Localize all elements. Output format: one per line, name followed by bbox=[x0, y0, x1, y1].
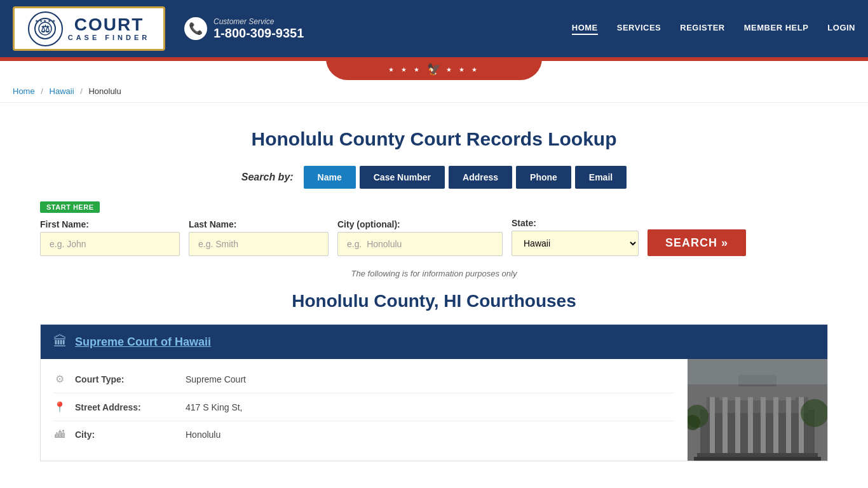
tab-phone[interactable]: Phone bbox=[516, 166, 571, 189]
breadcrumb-state[interactable]: Hawaii bbox=[50, 86, 74, 96]
form-group-state: State: Hawaii Alabama Alaska Arizona Cal… bbox=[512, 218, 639, 256]
nav-register[interactable]: REGISTER bbox=[680, 23, 724, 35]
first-name-label: First Name: bbox=[40, 219, 180, 229]
tab-email[interactable]: Email bbox=[575, 166, 627, 189]
city-label: City (optional): bbox=[337, 219, 503, 229]
page-title: Honolulu County Court Records Lookup bbox=[40, 128, 828, 150]
nav-services[interactable]: SERVICES bbox=[617, 23, 661, 35]
courthouse-image bbox=[688, 359, 827, 461]
customer-service: 📞 Customer Service 1-800-309-9351 bbox=[184, 17, 304, 41]
state-select[interactable]: Hawaii Alabama Alaska Arizona California… bbox=[512, 231, 639, 256]
form-group-first-name: First Name: bbox=[40, 219, 180, 256]
first-name-input[interactable] bbox=[40, 232, 180, 256]
eagle-content: ★ ★ ★ 🦅 ★ ★ ★ bbox=[388, 62, 479, 76]
nav-home[interactable]: HOME bbox=[572, 23, 598, 35]
nav-login[interactable]: LOGIN bbox=[827, 23, 855, 35]
main-content: Honolulu County Court Records Lookup Sea… bbox=[21, 103, 847, 484]
breadcrumb-sep1: / bbox=[41, 86, 45, 96]
breadcrumb-home[interactable]: Home bbox=[13, 86, 35, 96]
stars-left: ★ ★ ★ bbox=[388, 66, 422, 73]
search-by-label: Search by: bbox=[241, 172, 294, 183]
start-here-badge: START HERE bbox=[40, 201, 100, 213]
cs-label: Customer Service bbox=[214, 17, 304, 26]
detail-row-address: 📍 Street Address: 417 S King St, bbox=[53, 393, 675, 421]
tab-case-number[interactable]: Case Number bbox=[360, 166, 445, 189]
court-type-value: Supreme Court bbox=[186, 374, 246, 384]
court-type-label: Court Type: bbox=[75, 374, 177, 384]
stars-right: ★ ★ ★ bbox=[446, 66, 480, 73]
breadcrumb-current: Honolulu bbox=[88, 86, 121, 96]
svg-text:⚖: ⚖ bbox=[41, 24, 50, 34]
logo-court-text: COURT bbox=[74, 16, 144, 34]
detail-row-court-type: ⚙ Court Type: Supreme Court bbox=[53, 365, 675, 393]
city-input[interactable] bbox=[337, 232, 503, 256]
breadcrumb-sep2: / bbox=[80, 86, 85, 96]
tab-name[interactable]: Name bbox=[304, 166, 356, 189]
logo-case-finder-text: CASE FINDER bbox=[68, 34, 151, 41]
city-detail-value: Honolulu bbox=[186, 430, 220, 440]
search-by-row: Search by: Name Case Number Address Phon… bbox=[40, 166, 828, 189]
breadcrumb: Home / Hawaii / Honolulu bbox=[0, 80, 868, 103]
cs-text: Customer Service 1-800-309-9351 bbox=[214, 17, 304, 41]
courthouse-name-link[interactable]: Supreme Court of Hawaii bbox=[75, 336, 211, 349]
street-address-label: Street Address: bbox=[75, 402, 177, 412]
courthouse-card: 🏛 Supreme Court of Hawaii ⚙ Court Type: … bbox=[40, 324, 828, 461]
court-type-icon: ⚙ bbox=[53, 373, 66, 385]
logo-area: ⚖ ★ ★ ★ ★ ★ COURT CASE FINDER bbox=[13, 6, 165, 51]
header-main: ⚖ ★ ★ ★ ★ ★ COURT CASE FINDER 📞 Customer… bbox=[0, 0, 868, 57]
last-name-label: Last Name: bbox=[189, 219, 329, 229]
last-name-input[interactable] bbox=[189, 232, 329, 256]
city-detail-label: City: bbox=[75, 430, 177, 440]
logo-emblem: ⚖ ★ ★ ★ ★ ★ bbox=[28, 11, 63, 46]
wave-container: ★ ★ ★ 🦅 ★ ★ ★ bbox=[0, 61, 868, 80]
form-group-last-name: Last Name: bbox=[189, 219, 329, 256]
svg-rect-23 bbox=[688, 359, 827, 461]
main-nav: HOME SERVICES REGISTER MEMBER HELP LOGIN bbox=[572, 23, 855, 35]
city-icon: 🏙 bbox=[53, 429, 66, 440]
courthouse-details: ⚙ Court Type: Supreme Court 📍 Street Add… bbox=[41, 359, 688, 461]
svg-text:★ ★ ★ ★ ★: ★ ★ ★ ★ ★ bbox=[35, 19, 55, 23]
form-group-city: City (optional): bbox=[337, 219, 503, 256]
eagle-icon: 🦅 bbox=[427, 62, 441, 76]
courthouse-header: 🏛 Supreme Court of Hawaii bbox=[41, 325, 827, 359]
search-form-area: START HERE First Name: Last Name: City (… bbox=[40, 201, 828, 256]
info-note: The following is for information purpose… bbox=[40, 269, 828, 278]
detail-row-city: 🏙 City: Honolulu bbox=[53, 421, 675, 448]
cs-phone: 1-800-309-9351 bbox=[214, 26, 304, 41]
address-icon: 📍 bbox=[53, 401, 66, 413]
courthouses-title: Honolulu County, HI Courthouses bbox=[40, 291, 828, 311]
search-button[interactable]: SEARCH » bbox=[648, 229, 746, 256]
courthouse-icon: 🏛 bbox=[53, 334, 67, 350]
logo-box: ⚖ ★ ★ ★ ★ ★ COURT CASE FINDER bbox=[13, 6, 165, 51]
tab-address[interactable]: Address bbox=[449, 166, 512, 189]
nav-member-help[interactable]: MEMBER HELP bbox=[744, 23, 809, 35]
state-label: State: bbox=[512, 218, 639, 228]
form-row: First Name: Last Name: City (optional): … bbox=[40, 218, 828, 256]
courthouse-body: ⚙ Court Type: Supreme Court 📍 Street Add… bbox=[41, 359, 827, 461]
phone-icon: 📞 bbox=[184, 17, 207, 40]
header: ⚖ ★ ★ ★ ★ ★ COURT CASE FINDER 📞 Customer… bbox=[0, 0, 868, 80]
logo-text-area: COURT CASE FINDER bbox=[68, 16, 151, 41]
street-address-value: 417 S King St, bbox=[186, 402, 243, 412]
